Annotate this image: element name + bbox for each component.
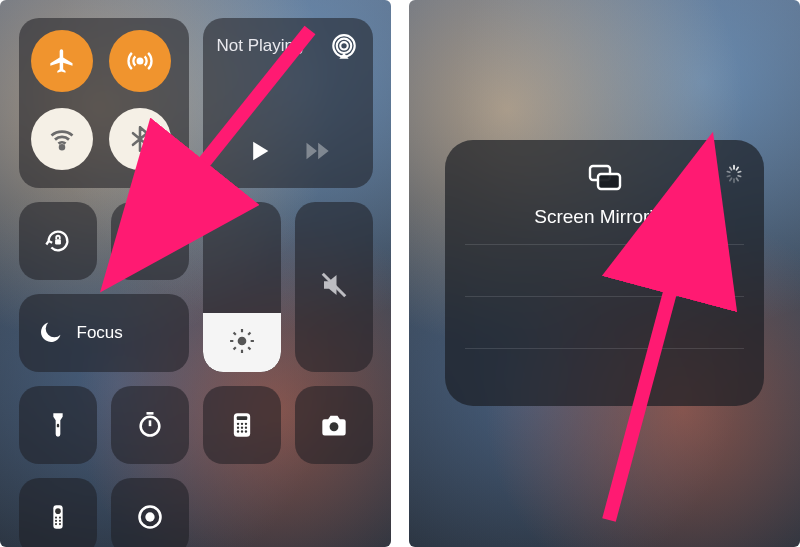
- rotation-lock-icon: [43, 226, 73, 256]
- brightness-icon: [229, 328, 255, 358]
- svg-rect-46: [598, 174, 620, 189]
- svg-point-0: [137, 59, 142, 64]
- timer-button[interactable]: [111, 386, 189, 464]
- svg-rect-5: [55, 239, 61, 244]
- svg-line-15: [233, 347, 235, 349]
- svg-point-36: [54, 517, 56, 519]
- svg-point-8: [237, 337, 246, 346]
- svg-point-39: [58, 520, 60, 522]
- svg-line-55: [727, 172, 730, 173]
- control-center-panel: Not Playing: [0, 0, 391, 547]
- svg-rect-18: [56, 424, 58, 428]
- svg-line-56: [730, 167, 732, 170]
- connectivity-tile[interactable]: [19, 18, 189, 188]
- svg-point-19: [140, 417, 159, 436]
- moon-icon: [35, 318, 65, 348]
- remote-icon: [43, 502, 73, 532]
- camera-icon: [319, 410, 349, 440]
- record-icon: [135, 502, 165, 532]
- svg-point-43: [145, 512, 154, 521]
- svg-point-38: [54, 520, 56, 522]
- device-row-placeholder[interactable]: [465, 296, 744, 348]
- focus-label: Focus: [77, 323, 123, 343]
- wifi-toggle[interactable]: [31, 108, 93, 170]
- volume-slider[interactable]: [295, 202, 373, 372]
- mute-icon: [319, 270, 349, 304]
- svg-point-3: [336, 39, 350, 53]
- calculator-icon: [227, 410, 257, 440]
- cellular-icon: [125, 46, 155, 76]
- airplane-mode-toggle[interactable]: [31, 30, 93, 92]
- svg-line-50: [738, 176, 741, 177]
- svg-point-29: [244, 427, 246, 429]
- svg-point-41: [58, 523, 60, 525]
- timer-icon: [135, 410, 165, 440]
- device-row-placeholder[interactable]: [465, 244, 744, 296]
- svg-point-40: [54, 523, 56, 525]
- flashlight-button[interactable]: [19, 386, 97, 464]
- svg-point-31: [240, 430, 242, 432]
- device-row-placeholder[interactable]: [465, 348, 744, 400]
- svg-line-49: [738, 172, 741, 173]
- bluetooth-toggle[interactable]: [109, 108, 171, 170]
- svg-line-14: [248, 347, 250, 349]
- play-icon[interactable]: [244, 136, 274, 166]
- brightness-slider[interactable]: [203, 202, 281, 372]
- camera-button[interactable]: [295, 386, 373, 464]
- media-tile[interactable]: Not Playing: [203, 18, 373, 188]
- svg-point-33: [329, 422, 338, 431]
- screen-mirroring-icon: [135, 226, 165, 256]
- wifi-icon: [47, 124, 77, 154]
- screen-mirroring-panel: Screen Mirroring: [409, 0, 800, 547]
- svg-point-32: [244, 430, 246, 432]
- svg-point-30: [236, 430, 238, 432]
- airplay-audio-icon[interactable]: [329, 32, 359, 62]
- svg-line-53: [730, 178, 732, 181]
- airplane-icon: [47, 46, 77, 76]
- calculator-button[interactable]: [203, 386, 281, 464]
- orientation-lock-button[interactable]: [19, 202, 97, 280]
- svg-line-51: [737, 178, 739, 181]
- screen-mirroring-icon: [588, 164, 622, 196]
- svg-point-25: [240, 423, 242, 425]
- apple-tv-remote-button[interactable]: [19, 478, 97, 547]
- svg-point-35: [55, 508, 61, 514]
- svg-rect-7: [143, 237, 162, 250]
- svg-point-28: [240, 427, 242, 429]
- screen-record-button[interactable]: [111, 478, 189, 547]
- cellular-toggle[interactable]: [109, 30, 171, 92]
- svg-line-16: [248, 333, 250, 335]
- screen-mirroring-title: Screen Mirroring: [534, 206, 674, 228]
- svg-line-13: [233, 333, 235, 335]
- loading-spinner-icon: [724, 164, 744, 188]
- focus-button[interactable]: Focus: [19, 294, 189, 372]
- flashlight-icon: [43, 410, 73, 440]
- forward-icon[interactable]: [302, 136, 332, 166]
- svg-point-2: [340, 42, 347, 49]
- svg-line-54: [727, 176, 730, 177]
- svg-point-1: [60, 145, 64, 149]
- svg-point-24: [236, 423, 238, 425]
- svg-point-26: [244, 423, 246, 425]
- svg-line-48: [737, 167, 739, 170]
- bluetooth-icon: [125, 124, 155, 154]
- screen-mirroring-sheet[interactable]: Screen Mirroring: [445, 140, 764, 406]
- screen-mirroring-button[interactable]: [111, 202, 189, 280]
- media-status-label: Not Playing: [217, 36, 304, 56]
- svg-rect-23: [236, 416, 247, 420]
- svg-point-27: [236, 427, 238, 429]
- svg-point-37: [58, 517, 60, 519]
